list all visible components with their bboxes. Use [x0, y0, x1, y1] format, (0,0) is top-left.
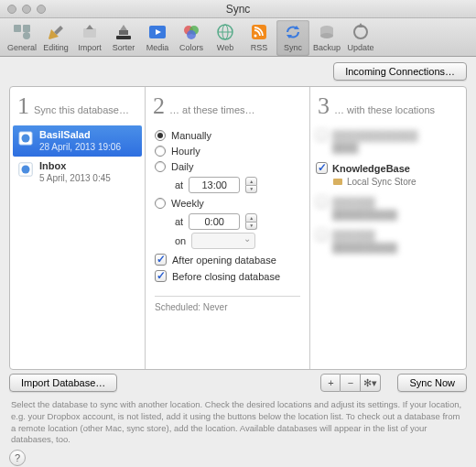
tab-backup[interactable]: Backup [310, 20, 343, 56]
scheduled-status: Scheduled: Never [155, 296, 300, 318]
svg-point-14 [187, 30, 196, 39]
svg-rect-0 [14, 25, 21, 32]
sync-panes: 1 Sync this database… BasilSalad28 April… [9, 86, 467, 370]
checkbox-icon [316, 162, 328, 174]
checkbox-icon [155, 254, 167, 266]
titlebar: Sync [0, 0, 476, 18]
checkbox-icon [155, 270, 167, 282]
daily-time-stepper[interactable]: ▲▼ [245, 177, 257, 193]
folder-icon [332, 176, 343, 187]
weekly-time-stepper[interactable]: ▲▼ [245, 213, 257, 230]
radio-weekly[interactable]: Weekly [155, 198, 300, 209]
checkbox-icon [316, 229, 328, 241]
database-item-inbox[interactable]: Inbox5 April, 2013 0:45 [13, 157, 142, 188]
checkbox-icon [316, 196, 328, 208]
incoming-connections-button[interactable]: Incoming Connections… [333, 62, 467, 81]
help-button[interactable]: ? [9, 450, 26, 466]
svg-rect-8 [119, 30, 128, 35]
svg-point-28 [22, 135, 30, 143]
svg-point-2 [23, 32, 30, 39]
radio-daily[interactable]: Daily [155, 161, 300, 172]
tab-media[interactable]: Media [141, 20, 174, 56]
check-before-closing[interactable]: Before closing database [155, 270, 300, 282]
database-icon [17, 161, 34, 178]
radio-icon [155, 130, 166, 141]
radio-icon [155, 161, 166, 172]
import-database-button[interactable]: Import Database… [9, 374, 117, 392]
database-item-basilsalad[interactable]: BasilSalad28 April, 2013 19:06 [13, 125, 142, 157]
tab-general[interactable]: General [5, 20, 38, 56]
radio-hourly[interactable]: Hourly [155, 146, 300, 157]
database-list[interactable]: BasilSalad28 April, 2013 19:06 Inbox5 Ap… [13, 125, 142, 189]
bottom-bar: Import Database… + − ✻▾ Sync Now [9, 374, 467, 392]
svg-point-25 [354, 26, 367, 38]
location-settings-button[interactable]: ✻▾ [361, 374, 381, 392]
database-icon [17, 130, 34, 147]
location-item-knowledgebase[interactable]: KnowledgeBase Local Sync Store [316, 162, 460, 187]
location-item-redacted[interactable]: ██████ ██████████ [316, 229, 460, 253]
svg-rect-7 [116, 36, 131, 39]
preferences-toolbar: General Editing Import Sorter Media Colo… [0, 18, 476, 57]
weekly-time-field[interactable]: 0:00 [189, 213, 240, 230]
tab-sorter[interactable]: Sorter [107, 20, 140, 56]
radio-manually[interactable]: Manually [155, 130, 300, 141]
radio-icon [155, 146, 166, 157]
radio-icon [155, 198, 166, 209]
svg-rect-31 [333, 179, 342, 185]
step-1-number: 1 [17, 92, 29, 120]
remove-location-button[interactable]: − [341, 374, 361, 392]
location-list[interactable]: ████████████ ████ KnowledgeBase Local Sy… [316, 125, 460, 262]
location-item-redacted[interactable]: ████████████ ████ [316, 129, 460, 153]
svg-rect-1 [23, 25, 30, 32]
svg-marker-6 [86, 25, 93, 29]
svg-point-30 [22, 166, 30, 174]
svg-rect-5 [83, 28, 96, 38]
tab-editing[interactable]: Editing [39, 20, 72, 56]
weekly-day-select[interactable] [191, 233, 255, 249]
tab-rss[interactable]: RSS [243, 20, 276, 56]
add-location-button[interactable]: + [320, 374, 341, 392]
pane-schedule: 2 … at these times… Manually Hourly Dail… [146, 87, 310, 369]
help-text: Select the database to sync with another… [11, 399, 465, 446]
daily-time-field[interactable]: 13:00 [189, 177, 240, 193]
tab-sync[interactable]: Sync [276, 20, 309, 56]
sync-now-button[interactable]: Sync Now [397, 374, 467, 392]
step-1-label: Sync this database… [34, 104, 129, 115]
svg-rect-4 [54, 26, 63, 35]
svg-marker-9 [120, 25, 127, 30]
step-2-label: … at these times… [169, 104, 255, 115]
step-3-number: 3 [318, 92, 330, 120]
location-item-redacted[interactable]: ██████ ██████████ [316, 196, 460, 220]
step-2-number: 2 [153, 92, 165, 120]
pane-locations: 3 … with these locations ████████████ ██… [310, 87, 466, 369]
checkbox-icon [316, 129, 328, 141]
tab-update[interactable]: Update [344, 20, 377, 56]
window-title: Sync [0, 3, 476, 16]
tab-colors[interactable]: Colors [175, 20, 208, 56]
svg-point-19 [254, 35, 257, 38]
step-3-label: … with these locations [334, 104, 435, 115]
tab-web[interactable]: Web [209, 20, 242, 56]
check-after-opening[interactable]: After opening database [155, 254, 300, 266]
svg-point-24 [320, 33, 333, 38]
pane-databases: 1 Sync this database… BasilSalad28 April… [10, 87, 146, 369]
tab-import[interactable]: Import [73, 20, 106, 56]
